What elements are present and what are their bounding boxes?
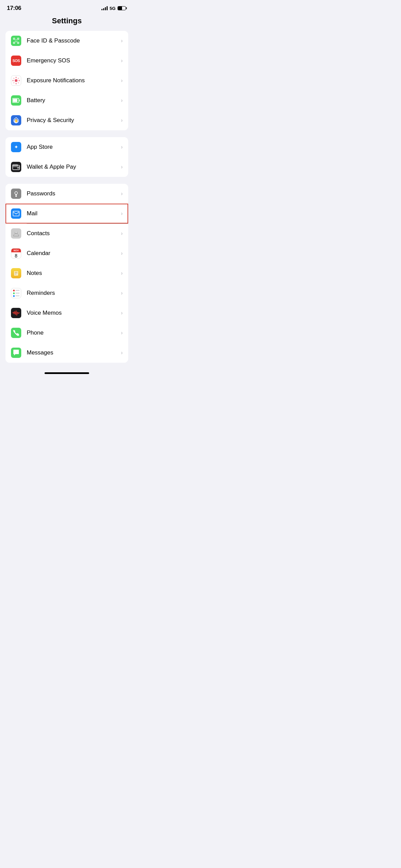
svg-point-15 <box>18 82 19 83</box>
status-icons: 5G <box>101 6 127 11</box>
wallet-chevron: › <box>121 164 123 170</box>
app-store-chevron: › <box>121 144 123 150</box>
settings-row-contacts[interactable]: Contacts › <box>5 224 128 243</box>
settings-row-calendar[interactable]: NOV 8 Calendar › <box>5 243 128 263</box>
exposure-label: Exposure Notifications <box>27 77 121 84</box>
contacts-icon <box>11 228 21 239</box>
svg-point-12 <box>13 78 14 79</box>
svg-text:✦: ✦ <box>14 144 19 150</box>
settings-row-face-id[interactable]: Face ID & Passcode › <box>5 31 128 51</box>
settings-row-exposure[interactable]: Exposure Notifications › <box>5 71 128 91</box>
sos-text: SOS <box>12 59 20 63</box>
settings-row-reminders[interactable]: Reminders › <box>5 283 128 303</box>
messages-svg <box>13 349 20 356</box>
status-time: 17:06 <box>7 5 21 12</box>
face-id-label: Face ID & Passcode <box>27 37 121 44</box>
signal-bars-icon <box>101 6 108 10</box>
messages-label: Messages <box>27 349 121 356</box>
messages-chevron: › <box>121 350 123 356</box>
svg-rect-0 <box>13 38 15 39</box>
battery-icon <box>11 95 21 106</box>
app-store-label: App Store <box>27 144 121 150</box>
svg-rect-18 <box>19 100 20 101</box>
phone-svg <box>13 330 19 336</box>
home-indicator <box>0 370 134 376</box>
svg-rect-1 <box>17 38 19 39</box>
settings-row-app-store[interactable]: ✦ App Store › <box>5 137 128 157</box>
svg-point-9 <box>15 83 17 84</box>
svg-point-27 <box>16 195 16 196</box>
settings-row-battery[interactable]: Battery › <box>5 91 128 110</box>
svg-point-8 <box>15 77 17 78</box>
passwords-chevron: › <box>121 191 123 197</box>
svg-rect-17 <box>13 99 17 102</box>
privacy-svg: ✋ <box>13 117 20 124</box>
face-id-chevron: › <box>121 38 123 44</box>
privacy-label: Privacy & Security <box>27 117 121 124</box>
mail-svg <box>13 211 20 216</box>
status-bar: 17:06 5G <box>0 0 134 14</box>
notes-label: Notes <box>27 270 121 277</box>
settings-row-privacy[interactable]: ✋ Privacy & Security › <box>5 110 128 130</box>
calendar-chevron: › <box>121 250 123 256</box>
security-settings-group: Face ID & Passcode › SOS Emergency SOS ›… <box>5 31 128 130</box>
emergency-sos-label: Emergency SOS <box>27 57 121 64</box>
exposure-chevron: › <box>121 77 123 84</box>
battery-svg <box>12 98 20 103</box>
contacts-chevron: › <box>121 230 123 237</box>
svg-point-4 <box>15 40 16 40</box>
appstore-svg: ✦ <box>13 144 20 150</box>
battery-status-icon <box>118 6 127 10</box>
passwords-svg <box>13 190 19 197</box>
messages-icon <box>11 348 21 358</box>
mail-label: Mail <box>27 210 121 217</box>
voicememos-svg <box>12 310 20 316</box>
wallet-label: Wallet & Apple Pay <box>27 164 121 170</box>
privacy-chevron: › <box>121 117 123 123</box>
network-type: 5G <box>110 6 116 11</box>
settings-row-notes[interactable]: Notes › <box>5 263 128 283</box>
emergency-sos-chevron: › <box>121 58 123 64</box>
calendar-label: Calendar <box>27 250 121 257</box>
svg-rect-2 <box>13 42 15 44</box>
settings-row-mail[interactable]: Mail › <box>5 204 128 224</box>
wallet-svg <box>12 164 20 170</box>
notes-icon <box>11 268 21 278</box>
reminders-chevron: › <box>121 290 123 296</box>
emergency-sos-icon: SOS <box>11 56 21 66</box>
notes-chevron: › <box>121 270 123 276</box>
face-id-icon <box>11 36 21 46</box>
exposure-svg <box>12 76 21 85</box>
svg-point-13 <box>18 78 19 79</box>
page-title: Settings <box>0 14 134 31</box>
phone-chevron: › <box>121 330 123 336</box>
passwords-label: Passwords <box>27 190 121 197</box>
settings-row-passwords[interactable]: Passwords › <box>5 184 128 204</box>
reminders-label: Reminders <box>27 290 121 297</box>
contacts-svg <box>13 230 20 237</box>
phone-icon <box>11 328 21 338</box>
contacts-label: Contacts <box>27 230 121 237</box>
mail-chevron: › <box>121 210 123 217</box>
home-bar <box>45 372 89 374</box>
svg-point-7 <box>15 79 17 82</box>
settings-row-voice-memos[interactable]: Voice Memos › <box>5 303 128 323</box>
svg-point-10 <box>12 80 14 81</box>
reminders-icon <box>11 288 21 298</box>
svg-rect-3 <box>17 42 19 44</box>
svg-point-25 <box>15 192 17 194</box>
reminders-inner <box>12 288 21 298</box>
settings-row-wallet[interactable]: Wallet & Apple Pay › <box>5 157 128 177</box>
calendar-month: NOV <box>11 249 21 252</box>
mail-icon <box>11 208 21 219</box>
settings-row-messages[interactable]: Messages › <box>5 343 128 363</box>
svg-point-14 <box>13 82 14 83</box>
settings-row-phone[interactable]: Phone › <box>5 323 128 343</box>
phone-label: Phone <box>27 329 121 336</box>
svg-rect-28 <box>13 211 19 216</box>
face-id-svg <box>13 37 20 44</box>
svg-rect-24 <box>17 167 19 169</box>
svg-point-11 <box>19 80 20 81</box>
svg-point-30 <box>15 231 17 234</box>
settings-row-emergency-sos[interactable]: SOS Emergency SOS › <box>5 51 128 71</box>
